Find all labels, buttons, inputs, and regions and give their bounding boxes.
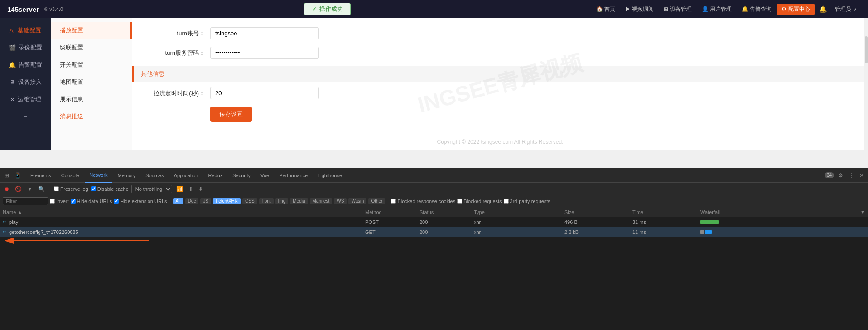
third-party-label[interactable]: 3rd-party requests <box>504 199 550 204</box>
preserve-log-checkbox[interactable] <box>54 186 59 191</box>
cell-name-play: ⟳ play <box>3 219 365 225</box>
filter-all[interactable]: All <box>173 198 183 204</box>
preserve-log-label[interactable]: Preserve log <box>54 186 88 192</box>
header-size[interactable]: Size <box>564 209 632 215</box>
filter-img[interactable]: Img <box>275 198 289 204</box>
subnav-switch[interactable]: 开关配置 <box>51 56 132 73</box>
tab-vue[interactable]: Vue <box>256 168 274 183</box>
devtools-cursor-icon[interactable]: ⊞ <box>3 171 11 180</box>
nav-home[interactable]: 🏠 首页 <box>592 4 620 15</box>
hide-data-urls-checkbox[interactable] <box>71 199 76 204</box>
filter-wasm[interactable]: Wasm <box>348 198 366 204</box>
tab-console[interactable]: Console <box>57 168 84 183</box>
top-nav: 145server ® v3.4.0 操作成功 🏠 首页 ▶ 视频调阅 ⊞ 设备… <box>0 0 868 18</box>
filter-manifest[interactable]: Manifest <box>310 198 333 204</box>
header-method[interactable]: Method <box>365 209 420 215</box>
bell-icon[interactable]: 🔔 <box>815 4 830 15</box>
sidebar-item-record[interactable]: 🎬 录像配置 <box>0 39 51 56</box>
xhr-icon-2: ⟳ <box>3 230 6 234</box>
timeout-label: 拉流超时时间(秒)： <box>146 89 205 97</box>
turn-password-input[interactable] <box>210 47 319 59</box>
download-icon[interactable]: ⬇ <box>197 185 204 193</box>
clear-icon[interactable]: 🚫 <box>14 185 23 193</box>
upload-icon[interactable]: ⬆ <box>187 185 194 193</box>
devtools-more-icon[interactable]: ⋮ <box>847 172 855 179</box>
devtools-device-icon[interactable]: 📱 <box>13 171 23 180</box>
subnav-message[interactable]: 消息推送 <box>51 108 132 125</box>
filter-ws[interactable]: WS <box>334 198 347 204</box>
sidebar: AI 基础配置 🎬 录像配置 🔔 告警配置 🖥 设备接入 ✕ 运维管理 ≡ <box>0 18 51 150</box>
invert-label[interactable]: Invert <box>50 199 69 204</box>
cell-time-getother: 11 ms <box>632 229 700 235</box>
filter-media[interactable]: Media <box>290 198 308 204</box>
wifi-icon[interactable]: 📶 <box>175 185 184 193</box>
tab-elements[interactable]: Elements <box>26 168 56 183</box>
subnav-map[interactable]: 地图配置 <box>51 73 132 91</box>
header-status[interactable]: Status <box>420 209 474 215</box>
blocked-resp-label[interactable]: Blocked response cookies <box>391 199 455 204</box>
sidebar-item-alarm[interactable]: 🔔 告警配置 <box>0 56 51 73</box>
subnav-display[interactable]: 展示信息 <box>51 91 132 108</box>
turn-account-input[interactable] <box>210 27 319 39</box>
admin-menu[interactable]: 管理员 ∨ <box>831 4 861 15</box>
filter-fetch-xhr[interactable]: Fetch/XHR <box>213 198 241 204</box>
blocked-req-checkbox[interactable] <box>457 199 462 204</box>
tab-security[interactable]: Security <box>228 168 255 183</box>
third-party-checkbox[interactable] <box>504 199 509 204</box>
search-icon[interactable]: 🔍 <box>37 185 46 193</box>
sidebar-item-menu[interactable]: ≡ <box>0 108 51 124</box>
nav-device[interactable]: ⊞ 设备管理 <box>659 4 696 15</box>
network-badge: 34 <box>825 172 834 178</box>
header-name[interactable]: Name ▲ <box>3 209 365 215</box>
disable-cache-checkbox[interactable] <box>91 186 96 191</box>
filter-js[interactable]: JS <box>200 198 211 204</box>
subnav-cascade[interactable]: 级联配置 <box>51 39 132 56</box>
hide-data-urls-label[interactable]: Hide data URLs <box>71 199 112 204</box>
sidebar-item-ops[interactable]: ✕ 运维管理 <box>0 91 51 108</box>
nav-user[interactable]: 👤 用户管理 <box>697 4 736 15</box>
tab-sources[interactable]: Sources <box>141 168 168 183</box>
blocked-resp-checkbox[interactable] <box>391 199 396 204</box>
blocked-req-label[interactable]: Blocked requests <box>457 199 502 204</box>
filter-other[interactable]: Other <box>368 198 385 204</box>
header-time[interactable]: Time <box>632 209 700 215</box>
disable-cache-label[interactable]: Disable cache <box>91 186 129 192</box>
devtools: ⊞ 📱 Elements Console Network Memory Sour… <box>0 168 868 330</box>
filter-input[interactable] <box>3 197 48 205</box>
table-row[interactable]: ⟳ getotherconfig?_t=1702260085 GET 200 x… <box>0 227 868 237</box>
timeout-input[interactable] <box>210 87 319 99</box>
nav-alarm[interactable]: 🔔 告警查询 <box>737 4 776 15</box>
tab-network[interactable]: Network <box>85 168 112 183</box>
record-icon-toolbar[interactable]: ⏺ <box>3 185 11 193</box>
table-row[interactable]: ⟳ play POST 200 xhr 496 B 31 ms <box>0 217 868 227</box>
alarm-sidebar-icon: 🔔 <box>9 62 16 68</box>
tab-lighthouse[interactable]: Lighthouse <box>313 168 347 183</box>
tab-application[interactable]: Application <box>169 168 203 183</box>
header-waterfall[interactable]: Waterfall ▼ <box>700 209 865 215</box>
sidebar-item-ai-config[interactable]: AI 基础配置 <box>0 22 51 39</box>
tab-performance[interactable]: Performance <box>275 168 312 183</box>
devtools-settings-icon[interactable]: ⚙ <box>837 172 844 179</box>
tab-redux[interactable]: Redux <box>203 168 227 183</box>
devtools-close-icon[interactable]: ✕ <box>858 172 865 179</box>
throttle-select[interactable]: No throttling <box>131 185 172 193</box>
filter-icon[interactable]: ▼ <box>26 185 34 193</box>
filter-font[interactable]: Font <box>259 198 274 204</box>
save-button[interactable]: 保存设置 <box>210 107 252 122</box>
scrollbar[interactable] <box>864 18 868 150</box>
tab-memory[interactable]: Memory <box>113 168 140 183</box>
scrollbar-thumb[interactable] <box>865 36 868 63</box>
sidebar-item-device[interactable]: 🖥 设备接入 <box>0 73 51 91</box>
invert-checkbox[interactable] <box>50 199 55 204</box>
subnav-play[interactable]: 播放配置 <box>51 22 132 39</box>
header-type[interactable]: Type <box>474 209 564 215</box>
hide-extension-urls-label[interactable]: Hide extension URLs <box>114 199 167 204</box>
nav-video[interactable]: ▶ 视频调阅 <box>621 4 658 15</box>
hide-extension-urls-checkbox[interactable] <box>114 199 119 204</box>
filter-css[interactable]: CSS <box>242 198 257 204</box>
record-icon: 🎬 <box>9 44 16 51</box>
nav-config[interactable]: ⚙ 配置中心 <box>777 4 814 15</box>
filter-doc[interactable]: Doc <box>185 198 199 204</box>
devtools-toolbar: ⏺ 🚫 ▼ 🔍 Preserve log Disable cache No th… <box>0 183 868 195</box>
sidebar-label-ops: 运维管理 <box>18 95 41 103</box>
